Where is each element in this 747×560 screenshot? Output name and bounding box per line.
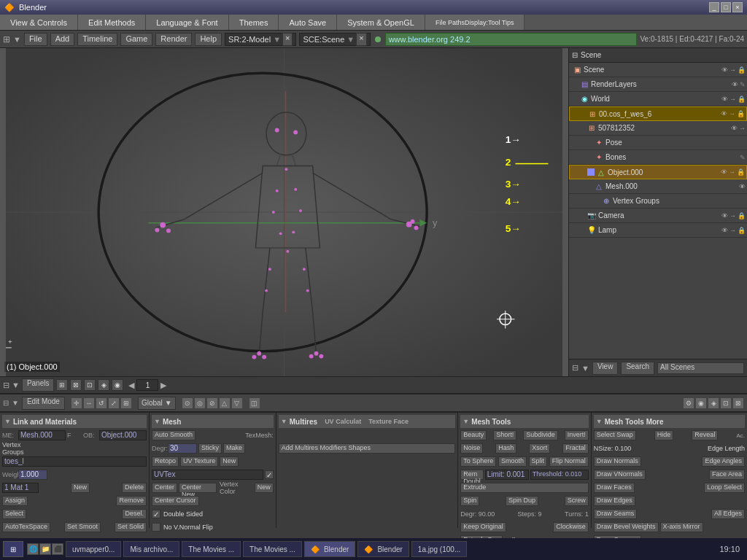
lock-icon[interactable]: 🔒	[738, 96, 746, 103]
remdoubl-button[interactable]: Rem Doubl	[460, 470, 484, 480]
face-icon[interactable]: ▽	[231, 397, 243, 409]
scene-close-btn[interactable]: ×	[356, 33, 366, 46]
sticky-button[interactable]: Sticky	[198, 443, 222, 454]
extrude-button[interactable]: Extrude	[460, 483, 589, 493]
setsmoot-button[interactable]: Set Smoot	[64, 522, 101, 532]
file-menu[interactable]: File	[24, 33, 47, 46]
add-menu[interactable]: Add	[50, 33, 75, 46]
novnormal-checkbox[interactable]	[152, 523, 160, 532]
visibility-icon[interactable]: 👁	[721, 227, 728, 234]
visibility-icon[interactable]: 👁	[721, 66, 728, 74]
tab-language-font[interactable]: Language & Font	[146, 15, 228, 30]
autosmooth-button[interactable]: Auto Smooth	[152, 430, 196, 440]
list-item[interactable]: ⊕ Vertex Groups	[569, 194, 747, 209]
restrict-icon[interactable]: →	[729, 66, 736, 74]
select-vgroup-button[interactable]: Select	[2, 509, 26, 519]
view-menu-button[interactable]: Edit Mode	[22, 397, 65, 410]
list-item[interactable]: ✦ Pose	[569, 136, 747, 150]
list-item[interactable]: ◉ World 👁 → 🔒	[569, 92, 747, 106]
scene-dropdown[interactable]: SCE:Scene ▼ ×	[299, 33, 370, 46]
tab-file-paths[interactable]: File PathsDisplay:Tool Tips	[425, 15, 525, 30]
proportional-icon[interactable]: ◎	[194, 397, 206, 409]
mode-dropdown[interactable]: SR:2-Model ▼ ×	[225, 33, 296, 46]
beauty-button[interactable]: Beauty	[460, 430, 487, 440]
properties-icon[interactable]: ⊡	[84, 379, 96, 391]
doublesided-checkbox[interactable]: ✓	[152, 510, 160, 518]
subdivide-button[interactable]: Subdivide	[523, 430, 558, 440]
centercursor-button[interactable]: Center Cursor	[152, 496, 199, 506]
uvtex-button[interactable]: UV Texture	[180, 456, 218, 467]
weight-field[interactable]: 1.000	[18, 470, 47, 480]
xaxismirror-button[interactable]: X-axis Mirror	[660, 522, 703, 532]
reveal-button[interactable]: Reveal	[692, 430, 718, 440]
selectswap-button[interactable]: Select Swap	[594, 430, 636, 440]
threshold-field[interactable]: Threshold: 0.010	[530, 470, 589, 480]
edge-icon[interactable]: △	[219, 397, 231, 409]
taskbar-icon1[interactable]: 🌐	[27, 543, 39, 555]
list-item[interactable]: 💡 Lamp 👁 → 🔒	[569, 223, 747, 238]
extra-icon[interactable]: ◉	[112, 379, 123, 391]
list-item[interactable]: △ Object.000 👁 → 🔒	[569, 165, 747, 179]
autotex-button[interactable]: AutoTexSpace	[2, 522, 50, 532]
maximize-button[interactable]: □	[721, 2, 731, 12]
occlude-icon[interactable]: ◫	[249, 397, 260, 409]
facearea-button[interactable]: Face Area	[709, 470, 745, 480]
list-item[interactable]: △ Mesh.000 👁	[569, 179, 747, 194]
drawnormals-button[interactable]: Draw Normals	[594, 456, 641, 467]
list-item[interactable]: ✦ Bones ✎	[569, 150, 747, 165]
taskbar-icon3[interactable]: ⬛	[52, 543, 63, 555]
lock-icon[interactable]: 🔒	[738, 212, 746, 219]
taskbar-mis-archivo[interactable]: Mis archivo...	[123, 541, 179, 557]
center-button[interactable]: Center	[152, 483, 177, 493]
flipnormal-button[interactable]: Flip Normal	[549, 456, 589, 467]
edit-icon[interactable]: ✎	[740, 154, 746, 161]
list-item[interactable]: ⊞ 507812352 👁 →	[569, 121, 747, 136]
mesh-name-field[interactable]: Mesh.000	[18, 430, 66, 440]
split-button[interactable]: Split	[529, 456, 548, 467]
list-item[interactable]: 📷 Camera 👁 → 🔒	[569, 209, 747, 223]
drawvnormals-button[interactable]: Draw VNormals	[594, 470, 646, 480]
visibility-icon[interactable]: 👁	[721, 212, 728, 219]
loopselect-button[interactable]: Loop Select	[704, 483, 745, 493]
restrict-icon[interactable]: →	[729, 227, 736, 234]
outliner-search-button[interactable]: Search	[621, 362, 654, 375]
keeporiginal-button[interactable]: Keep Original	[460, 522, 506, 532]
taskbar-image[interactable]: 1a.jpg (100...	[411, 541, 467, 557]
manipulator-icon[interactable]: ⊞	[120, 397, 132, 409]
close-button[interactable]: ×	[732, 2, 743, 12]
viewport-settings-icon[interactable]: ⚙	[683, 397, 694, 409]
taskbar-blender1[interactable]: 🔶 Blender	[304, 541, 355, 557]
tab-auto-save[interactable]: Auto Save	[279, 15, 337, 30]
invert-button[interactable]: Invert!	[565, 430, 589, 440]
viewport-extra-icon[interactable]: ⊠	[732, 397, 744, 409]
tosphere-button[interactable]: To Sphere	[460, 456, 496, 467]
new-mat-button[interactable]: New	[71, 483, 90, 493]
taskbar-blender2[interactable]: 🔶 Blender	[357, 541, 409, 557]
help-menu[interactable]: Help	[195, 33, 222, 46]
viewport-draw-icon[interactable]: ◉	[695, 397, 707, 409]
restrict-icon[interactable]: →	[729, 168, 735, 176]
visibility-icon[interactable]: 👁	[721, 168, 727, 176]
uvnew-button[interactable]: New	[220, 456, 239, 467]
game-menu[interactable]: Game	[120, 33, 152, 46]
render-menu[interactable]: Render	[155, 33, 192, 46]
lock-icon[interactable]: 🔒	[738, 66, 746, 74]
uv-checkbox[interactable]: ✓	[265, 470, 274, 479]
drawfaces-button[interactable]: Draw Faces	[594, 483, 635, 493]
short-button[interactable]: Short!	[493, 430, 516, 440]
pivot-dropdown[interactable]: Global ▼	[138, 397, 176, 410]
timeline-menu[interactable]: Timeline	[77, 33, 117, 46]
visibility-icon[interactable]: 👁	[732, 81, 738, 88]
tab-system-opengl[interactable]: System & OpenGL	[337, 15, 425, 30]
spin-button[interactable]: Spin	[460, 496, 479, 506]
clockwise-button[interactable]: Clockwise	[553, 522, 589, 532]
list-item[interactable]: ⊞ 00.cos_f_wes_6 👁 → 🔒	[569, 106, 747, 121]
visibility-icon[interactable]: 👁	[721, 110, 727, 117]
screw-button[interactable]: Screw	[565, 496, 589, 506]
viewport-render-icon[interactable]: ◈	[708, 397, 719, 409]
remove-button[interactable]: Remove	[116, 496, 147, 506]
make-button[interactable]: Make	[223, 443, 245, 454]
taskbar-icon2[interactable]: 📁	[39, 543, 51, 555]
hide-button[interactable]: Hide	[654, 430, 674, 440]
noise-button[interactable]: Noise	[460, 443, 483, 454]
